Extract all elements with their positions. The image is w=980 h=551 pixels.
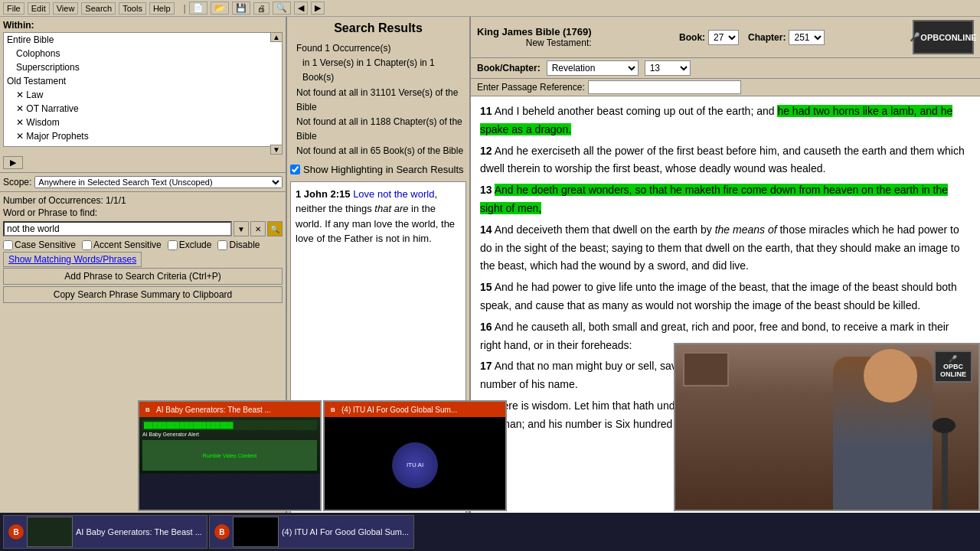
- phrase-btn-clear[interactable]: ✕: [250, 221, 266, 236]
- chapter-dropdown[interactable]: 13: [645, 60, 691, 76]
- bible-logo: 🎤 OPBC ONLINE: [913, 20, 974, 54]
- not-found-verses: Not found at all in 31101 Verse(s) of th…: [290, 86, 466, 115]
- verse-highlight-13: And he doeth great wonders, so that he m…: [480, 184, 948, 214]
- file-menu[interactable]: File: [3, 2, 24, 15]
- phrase-input[interactable]: [3, 221, 232, 236]
- tools-menu[interactable]: Tools: [119, 2, 146, 15]
- bible-title: King James Bible (1769): [477, 26, 592, 37]
- disable-checkbox[interactable]: [217, 240, 227, 250]
- scope-label: Scope:: [3, 177, 31, 187]
- show-highlight-checkbox[interactable]: [290, 165, 300, 174]
- new-icon[interactable]: 📄: [189, 2, 207, 15]
- taskbar-item-2[interactable]: B (4) ITU AI For Good Global Sum...: [209, 515, 414, 549]
- verse-num-17: 17: [480, 360, 492, 372]
- taskbar-item-1[interactable]: B AI Baby Generators: The Beast ...: [3, 515, 207, 549]
- browser-thumb-1[interactable]: B AI Baby Generators: The Beast ... ▓▓▓▓…: [138, 400, 322, 511]
- chapter-select[interactable]: 251: [789, 30, 825, 45]
- within-list-scroll-down[interactable]: ▼: [270, 145, 283, 155]
- chapter-label: Chapter:: [748, 32, 786, 43]
- verse-num-11: 11: [480, 105, 492, 117]
- verse-highlight-text: Love not the world: [353, 188, 434, 200]
- search-results-header: Search Results: [287, 17, 469, 40]
- search-results-title: Search Results: [290, 21, 466, 35]
- within-section: Within: Entire Bible Colophons Superscri…: [0, 17, 286, 173]
- browser-thumb-title-2: (4) ITU AI For Good Global Sum...: [341, 406, 457, 414]
- taskbar-icon-1: B: [8, 524, 24, 540]
- found-line: Found 1 Occurrence(s): [290, 41, 466, 56]
- case-sensitive-cb[interactable]: Case Sensitive: [3, 240, 76, 250]
- passage-ref-label: Enter Passage Reference:: [477, 82, 585, 93]
- webcam-overlay: 🎤OPBCONLINE: [674, 343, 980, 511]
- disable-cb[interactable]: Disable: [217, 240, 260, 250]
- expand-arrow[interactable]: ▶: [3, 156, 23, 169]
- accent-sensitive-checkbox[interactable]: [82, 240, 92, 250]
- taskbar-text-2: (4) ITU AI For Good Global Sum...: [282, 527, 409, 536]
- book-chapter-dropdown[interactable]: Revelation: [547, 60, 639, 76]
- bible-verse-14: 14 And deceiveth them that dwell on the …: [480, 221, 971, 276]
- search-menu[interactable]: Search: [81, 2, 116, 15]
- testament-label: New Testament:: [477, 37, 592, 48]
- verse-text: 1 John 2:15 Love not the world, neither …: [296, 187, 461, 246]
- help-menu[interactable]: Help: [149, 2, 175, 15]
- exclude-label: Exclude: [179, 240, 212, 250]
- taskbar: B AI Baby Generators: The Beast ... B (4…: [0, 513, 980, 551]
- verse-num-14: 14: [480, 223, 492, 236]
- case-sensitive-checkbox[interactable]: [3, 240, 13, 250]
- within-colophons[interactable]: Colophons: [4, 47, 282, 60]
- save-icon[interactable]: 💾: [232, 2, 250, 15]
- verse-ref: 1 John 2:15: [296, 188, 353, 200]
- browser-favicon-1: B: [142, 404, 153, 415]
- book-chapter-label: Book/Chapter:: [477, 63, 541, 73]
- case-sensitive-label: Case Sensitive: [15, 240, 76, 250]
- book-select[interactable]: 27: [708, 30, 739, 45]
- show-highlight-row: Show Highlighting in Search Results: [287, 161, 469, 178]
- search-icon[interactable]: 🔍: [273, 2, 291, 15]
- within-list[interactable]: Entire Bible Colophons Superscriptions O…: [3, 32, 283, 147]
- accent-sensitive-cb[interactable]: Accent Sensitive: [82, 240, 162, 250]
- search-stats: Found 1 Occurrence(s) in 1 Verse(s) in 1…: [287, 40, 469, 161]
- browser-thumb-2[interactable]: B (4) ITU AI For Good Global Sum... ITU …: [323, 400, 507, 511]
- phrase-btn-1[interactable]: ▼: [234, 221, 249, 236]
- bible-header: King James Bible (1769) New Testament: B…: [471, 17, 980, 58]
- within-law[interactable]: ✕ Law: [4, 88, 282, 102]
- phrase-btn-search[interactable]: 🔍: [267, 221, 283, 236]
- copy-summary-button[interactable]: Copy Search Phrase Summary to Clipboard: [3, 286, 283, 303]
- webcam-video: [675, 344, 978, 510]
- scope-section: Scope: Anywhere in Selected Search Text …: [0, 173, 286, 192]
- not-found-books: Not found at all in 65 Book(s) of the Bi…: [290, 144, 466, 158]
- bible-verse-15: 15 And he had power to give life unto th…: [480, 279, 971, 315]
- within-entire-bible[interactable]: Entire Bible: [4, 33, 282, 47]
- back-icon[interactable]: ◀: [294, 2, 308, 15]
- scope-select[interactable]: Anywhere in Selected Search Text (Unscop…: [34, 176, 283, 188]
- passage-ref-input[interactable]: [588, 80, 741, 94]
- exclude-cb[interactable]: Exclude: [168, 240, 212, 250]
- within-wisdom[interactable]: ✕ Wisdom: [4, 116, 282, 129]
- book-suffix: Book(s): [290, 70, 466, 85]
- add-phrase-button[interactable]: Add Phrase to Search Criteria (Ctrl+P): [3, 268, 283, 285]
- matching-words-link[interactable]: Show Matching Words/Phrases: [3, 252, 142, 267]
- open-icon[interactable]: 📂: [211, 2, 229, 15]
- within-ot-narrative[interactable]: ✕ OT Narrative: [4, 102, 282, 116]
- bible-selects: Book: 27 Chapter: 251: [679, 30, 825, 45]
- print-icon[interactable]: 🖨: [253, 2, 270, 15]
- bible-verse-11: 11 And I beheld another beast coming up …: [480, 103, 971, 139]
- occurrences-line: Number of Occurrences: 1/1/1: [3, 195, 283, 206]
- within-major-prophets[interactable]: ✕ Major Prophets: [4, 129, 282, 143]
- in-verses-line: in 1 Verse(s) in 1 Chapter(s) in 1: [290, 56, 466, 70]
- edit-menu[interactable]: Edit: [28, 2, 50, 15]
- exclude-checkbox[interactable]: [168, 240, 178, 250]
- within-superscriptions[interactable]: Superscriptions: [4, 60, 282, 74]
- disable-label: Disable: [229, 240, 260, 250]
- forward-icon[interactable]: ▶: [311, 2, 325, 15]
- book-label: Book:: [679, 32, 705, 43]
- phrase-section: Word or Phrase to find:: [3, 207, 283, 218]
- bible-verse-12: 12 And he exerciseth all the power of th…: [480, 142, 971, 179]
- book-group: Book: 27: [679, 30, 739, 45]
- verse-highlight-11: he had two horns like a lamb, and he spa…: [480, 105, 952, 135]
- within-old-testament[interactable]: Old Testament: [4, 74, 282, 88]
- view-menu[interactable]: View: [53, 2, 79, 15]
- browser-thumb-title-1: AI Baby Generators: The Beast ...: [156, 406, 271, 414]
- within-list-scroll-up[interactable]: ▲: [270, 32, 283, 42]
- toolbar-separator: |: [184, 2, 186, 14]
- browser-thumb-content-1: ▓▓▓▓▓▓▓▓▓▓▓▓▓▓▓▓▓▓▓▓ AI Baby Generator A…: [139, 417, 320, 511]
